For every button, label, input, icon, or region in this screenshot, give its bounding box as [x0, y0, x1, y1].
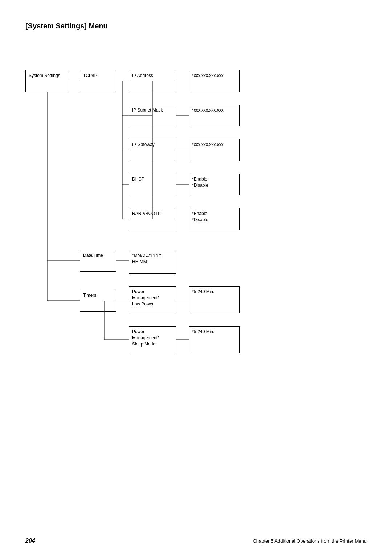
dhcp-disable: *Disable: [192, 183, 208, 188]
power-sleep-label: PowerManagement/Sleep Mode: [132, 329, 159, 347]
box-ip-gateway-val: *xxx.xxx.xxx.xxx: [189, 139, 240, 161]
page-number: 204: [25, 538, 35, 544]
box-datetime: Date/Time: [80, 250, 116, 272]
dhcp-enable: *Enable: [192, 177, 207, 182]
rarp-disable: *Disable: [192, 217, 208, 222]
box-power-low: PowerManagement/Low Power: [129, 286, 176, 313]
power-low-label: PowerManagement/Low Power: [132, 289, 159, 307]
box-ip-subnet: IP Subnet Mask: [129, 105, 176, 126]
box-ip-address-val: *xxx.xxx.xxx.xxx: [189, 70, 240, 92]
box-ip-gateway: IP Gateway: [129, 139, 176, 161]
box-ip-subnet-val: *xxx.xxx.xxx.xxx: [189, 105, 240, 126]
box-rarp-bootp: RARP/BOOTP: [129, 208, 176, 230]
box-power-sleep-val: *5-240 Min.: [189, 326, 240, 353]
box-power-sleep: PowerManagement/Sleep Mode: [129, 326, 176, 353]
box-rarp-val: *Enable *Disable: [189, 208, 240, 230]
datetime-format: *MM/DD/YYYYHH:MM: [132, 253, 162, 264]
box-ip-address: IP Address: [129, 70, 176, 92]
box-dhcp: DHCP: [129, 174, 176, 195]
box-power-low-val: *5-240 Min.: [189, 286, 240, 313]
box-datetime-val: *MM/DD/YYYYHH:MM: [129, 250, 176, 274]
page-title: [System Settings] Menu: [25, 22, 367, 30]
footer-chapter-text: Chapter 5 Additional Operations from the…: [253, 538, 367, 544]
box-tcpip: TCP/IP: [80, 70, 116, 92]
page-footer: 204 Chapter 5 Additional Operations from…: [0, 534, 392, 544]
box-system-settings: System Settings: [25, 70, 69, 92]
box-dhcp-val: *Enable *Disable: [189, 174, 240, 195]
box-timers: Timers: [80, 290, 116, 312]
rarp-enable: *Enable: [192, 211, 207, 216]
